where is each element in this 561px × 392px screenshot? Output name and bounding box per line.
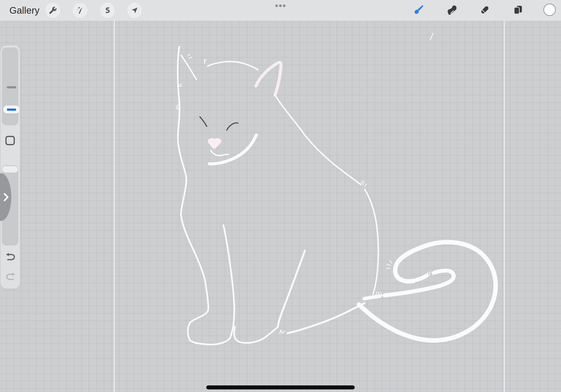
smudge-tool-button[interactable] <box>445 4 459 17</box>
brush-size-accent-dash <box>7 109 16 111</box>
brush-size-handle[interactable] <box>3 106 20 113</box>
wrench-icon <box>49 6 57 14</box>
canvas-guide-line-left <box>114 21 115 392</box>
eraser-icon <box>479 4 490 16</box>
modify-button[interactable] <box>5 136 15 145</box>
magic-wand-icon <box>76 6 84 14</box>
three-dots-icon <box>283 4 285 7</box>
drawing-canvas[interactable] <box>0 21 561 392</box>
layers-icon <box>513 5 523 16</box>
paintbrush-icon <box>412 4 425 17</box>
erase-tool-button[interactable] <box>478 4 491 17</box>
transform-arrow-icon <box>131 6 139 14</box>
selection-s-icon <box>103 6 111 14</box>
undo-button[interactable] <box>4 250 17 264</box>
three-dots-icon <box>275 4 278 7</box>
color-swatch-button[interactable] <box>543 3 556 16</box>
smudge-finger-icon <box>447 4 457 16</box>
actions-button[interactable] <box>46 3 60 18</box>
three-dots-icon <box>279 4 282 7</box>
chevron-right-icon <box>0 191 10 203</box>
paint-tool-button[interactable] <box>412 4 425 17</box>
top-toolbar: Gallery <box>0 0 561 21</box>
home-indicator[interactable] <box>206 385 355 389</box>
transform-button[interactable] <box>127 3 142 18</box>
canvas-guide-line-right <box>504 21 505 392</box>
selection-button[interactable] <box>100 3 115 18</box>
sidebar-panel <box>0 45 20 289</box>
canvas-menu-button[interactable] <box>275 4 285 7</box>
redo-arrow-icon <box>5 271 16 283</box>
gallery-button[interactable]: Gallery <box>9 0 40 21</box>
undo-arrow-icon <box>5 251 16 263</box>
adjustments-button[interactable] <box>73 3 87 18</box>
brush-size-slider[interactable] <box>2 47 18 125</box>
brush-size-memory-marker <box>7 86 16 88</box>
redo-button[interactable] <box>4 270 17 283</box>
layers-button[interactable] <box>511 4 525 17</box>
opacity-handle[interactable] <box>2 166 18 173</box>
